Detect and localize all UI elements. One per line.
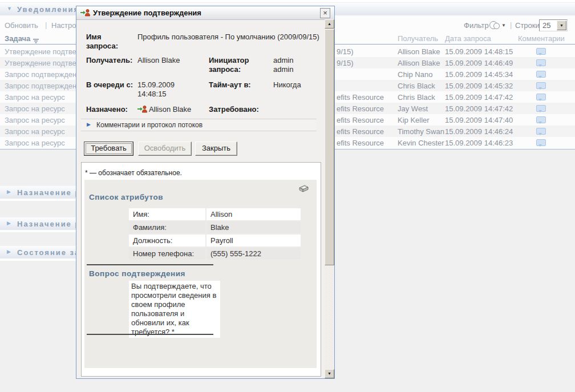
comment-icon[interactable] bbox=[536, 59, 546, 66]
task-link[interactable]: Запрос на ресурс bbox=[5, 93, 65, 102]
comment-icon[interactable] bbox=[536, 128, 546, 135]
confirmation-question-text: Вы подтверждаете, что просмотрели сведен… bbox=[129, 281, 220, 338]
recipient-name: Timothy Swan bbox=[398, 127, 444, 136]
recipient-name: Allison Blake bbox=[398, 59, 440, 67]
recipient-name: Kevin Chester bbox=[398, 139, 444, 147]
claim-button[interactable]: Требовать bbox=[84, 142, 133, 156]
task-person-icon bbox=[80, 9, 90, 17]
initiator-label: Инициатор запроса: bbox=[209, 56, 263, 74]
attribute-value: Blake bbox=[206, 221, 301, 233]
form-information-fieldset: * — обозначает обязательное. Список атри… bbox=[81, 162, 321, 377]
dropdown-arrow-icon: ▼ bbox=[501, 23, 506, 28]
request-date: 15.09.2009 14:46:24 bbox=[445, 127, 513, 136]
comment-icon[interactable] bbox=[536, 116, 546, 123]
task-link[interactable]: Запрос на ресурс bbox=[5, 127, 65, 136]
rows-select-dropdown-button[interactable]: ▼ bbox=[557, 21, 566, 30]
attribute-row: Фамилия: Blake bbox=[129, 221, 300, 235]
attribute-row: Должность: Payroll bbox=[129, 235, 300, 248]
comment-icon[interactable] bbox=[536, 94, 546, 100]
attribute-value: (555) 555-1222 bbox=[206, 248, 301, 260]
attribute-row: Номер телефона: (555) 555-1222 bbox=[129, 248, 300, 261]
approval-dialog: Утверждение подтверждения × Имя запроса:… bbox=[76, 6, 335, 379]
recipient-name: Chip Nano bbox=[398, 70, 432, 79]
scrollbar-thumb[interactable] bbox=[325, 29, 334, 265]
scroll-down-icon[interactable]: ▼ bbox=[325, 369, 334, 378]
attribute-value: Payroll bbox=[206, 235, 301, 246]
section-label: Уведомления bbox=[17, 5, 79, 14]
dialog-title-bar[interactable]: Утверждение подтверждения × bbox=[76, 6, 334, 20]
chevron-down-icon: ▼ bbox=[7, 6, 12, 11]
column-header-comments: Комментарии bbox=[518, 34, 565, 43]
chevron-right-icon: ▶ bbox=[7, 249, 11, 254]
request-name: efits Resource bbox=[337, 93, 384, 102]
queued-value: 15.09.2009 14:48:15 bbox=[137, 80, 186, 99]
dialog-scrollbar[interactable]: ▲ ▼ bbox=[325, 19, 334, 378]
dialog-title: Утверждение подтверждения bbox=[93, 9, 201, 17]
request-name: efits Resource bbox=[337, 104, 384, 113]
filter-icon[interactable]: ▼ bbox=[489, 21, 504, 30]
rows-select[interactable]: 25 ▼ bbox=[539, 19, 568, 31]
chevron-right-icon: ▶ bbox=[7, 220, 11, 226]
request-date: 15.09.2009 14:45:34 bbox=[445, 70, 513, 79]
task-link[interactable]: Запрос на ресурс bbox=[5, 104, 65, 113]
request-name: efits Resource bbox=[337, 139, 384, 147]
attribute-label: Фамилия: bbox=[129, 221, 205, 233]
rows-select-value: 25 bbox=[542, 21, 550, 30]
request-date: 15.09.2009 14:47:40 bbox=[445, 116, 513, 124]
release-button[interactable]: Освободить bbox=[138, 142, 192, 156]
filter-circle-small-icon bbox=[493, 23, 500, 29]
task-link[interactable]: Запрос подтверждения bbox=[5, 70, 84, 79]
request-date: 15.09.2009 14:47:42 bbox=[445, 104, 513, 113]
comments-toggle[interactable]: ▶ Комментарии и протокол потоков bbox=[81, 119, 317, 131]
recipient-name: Kip Keller bbox=[398, 116, 430, 124]
toolbar-separator: | bbox=[45, 21, 47, 29]
request-date: 15.09.2009 14:48:15 bbox=[445, 47, 513, 56]
attribute-label: Должность: bbox=[129, 235, 205, 246]
request-name: efits Resource bbox=[337, 116, 384, 124]
claimed-label: Затребовано: bbox=[209, 105, 259, 114]
task-link[interactable]: Запрос на ресурс bbox=[5, 139, 65, 147]
attribute-value: Allison bbox=[206, 208, 301, 220]
comment-icon[interactable] bbox=[536, 105, 546, 112]
request-date: 15.09.2009 14:46:49 bbox=[445, 59, 513, 67]
assigned-label: Назначено: bbox=[86, 105, 128, 114]
comment-icon[interactable] bbox=[536, 48, 546, 55]
recipient-name: Allison Blake bbox=[398, 47, 440, 56]
print-icon[interactable] bbox=[297, 184, 310, 196]
request-date: 15.09.2009 14:47:42 bbox=[445, 93, 513, 102]
rows-separator: | bbox=[510, 21, 512, 29]
section-separator bbox=[87, 264, 213, 265]
recipient-label: Получатель: bbox=[86, 56, 132, 65]
attribute-label: Номер телефона: bbox=[129, 248, 205, 260]
column-header-date[interactable]: Дата запроса bbox=[445, 34, 491, 43]
chevron-right-icon: ▶ bbox=[7, 189, 11, 195]
comment-icon[interactable] bbox=[536, 82, 546, 89]
close-button[interactable]: Закрыть bbox=[195, 142, 237, 156]
recipient-name: Chris Black bbox=[398, 82, 435, 90]
assigned-value-wrap: Allison Blake bbox=[137, 105, 191, 114]
request-name-label: Имя запроса: bbox=[86, 33, 132, 51]
attribute-label: Имя: bbox=[129, 208, 205, 220]
question-title: Вопрос подтверждения bbox=[89, 269, 185, 278]
request-date: 15.09.2009 14:46:23 bbox=[445, 139, 513, 147]
form-panel: Список атрибутов Имя: Allison Фамилия: B… bbox=[84, 180, 317, 368]
recipient-name: Jay West bbox=[398, 104, 428, 113]
timeout-value: Никогда bbox=[273, 80, 301, 90]
column-header-recipient[interactable]: Получатель bbox=[398, 34, 438, 43]
close-icon[interactable]: × bbox=[320, 8, 330, 18]
recipient-name: Chris Black bbox=[398, 93, 435, 102]
refresh-link[interactable]: Обновить bbox=[5, 21, 38, 30]
comment-icon[interactable] bbox=[536, 139, 546, 146]
assigned-person-icon bbox=[137, 105, 147, 113]
request-name: efits Resource bbox=[337, 127, 384, 136]
comment-icon[interactable] bbox=[536, 71, 546, 78]
assigned-value: Allison Blake bbox=[149, 105, 191, 114]
attributes-title: Список атрибутов bbox=[89, 193, 163, 201]
recipient-value: Allison Blake bbox=[137, 56, 180, 65]
request-date: 15.09.2009 14:45:32 bbox=[445, 82, 513, 90]
scroll-up-icon[interactable]: ▲ bbox=[325, 19, 334, 29]
column-header-task[interactable]: Задача bbox=[5, 34, 39, 43]
task-link[interactable]: Запрос подтверждения bbox=[5, 82, 84, 90]
task-link[interactable]: Запрос на ресурс bbox=[5, 116, 65, 124]
column-filter-icon[interactable] bbox=[33, 37, 39, 42]
